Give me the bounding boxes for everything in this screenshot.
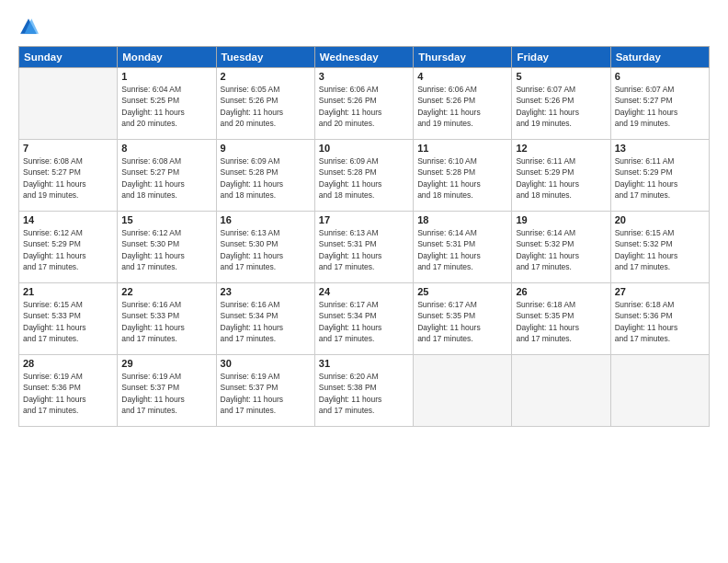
calendar-cell: 29Sunrise: 6:19 AMSunset: 5:37 PMDayligh… <box>118 355 216 427</box>
calendar-cell: 31Sunrise: 6:20 AMSunset: 5:38 PMDayligh… <box>314 355 413 427</box>
calendar-cell: 15Sunrise: 6:12 AMSunset: 5:30 PMDayligh… <box>118 212 216 283</box>
day-info: Sunrise: 6:08 AMSunset: 5:27 PMDaylight:… <box>121 155 211 201</box>
calendar-cell: 9Sunrise: 6:09 AMSunset: 5:28 PMDaylight… <box>216 140 314 212</box>
calendar-cell: 10Sunrise: 6:09 AMSunset: 5:28 PMDayligh… <box>314 140 413 212</box>
calendar-cell: 17Sunrise: 6:13 AMSunset: 5:31 PMDayligh… <box>314 212 413 283</box>
calendar-cell: 22Sunrise: 6:16 AMSunset: 5:33 PMDayligh… <box>118 283 216 355</box>
calendar-cell: 5Sunrise: 6:07 AMSunset: 5:26 PMDaylight… <box>512 68 610 140</box>
day-info: Sunrise: 6:04 AMSunset: 5:25 PMDaylight:… <box>121 84 211 129</box>
day-info: Sunrise: 6:14 AMSunset: 5:32 PMDaylight:… <box>516 227 606 272</box>
day-info: Sunrise: 6:14 AMSunset: 5:31 PMDaylight:… <box>417 227 507 272</box>
calendar-cell: 25Sunrise: 6:17 AMSunset: 5:35 PMDayligh… <box>414 283 512 355</box>
day-info: Sunrise: 6:17 AMSunset: 5:35 PMDaylight:… <box>417 299 507 344</box>
calendar-week-2: 7Sunrise: 6:08 AMSunset: 5:27 PMDaylight… <box>19 140 710 212</box>
weekday-header-tuesday: Tuesday <box>216 47 314 68</box>
day-number: 14 <box>23 214 113 225</box>
weekday-header-monday: Monday <box>118 47 216 68</box>
calendar-cell <box>19 68 118 140</box>
day-number: 24 <box>319 286 409 297</box>
weekday-header-saturday: Saturday <box>610 47 709 68</box>
day-info: Sunrise: 6:12 AMSunset: 5:29 PMDaylight:… <box>23 227 113 272</box>
weekday-header-thursday: Thursday <box>414 47 512 68</box>
day-number: 22 <box>121 286 211 297</box>
calendar-cell: 11Sunrise: 6:10 AMSunset: 5:28 PMDayligh… <box>414 140 512 212</box>
calendar-cell: 14Sunrise: 6:12 AMSunset: 5:29 PMDayligh… <box>19 212 118 283</box>
calendar-cell: 23Sunrise: 6:16 AMSunset: 5:34 PMDayligh… <box>216 283 314 355</box>
calendar-cell: 3Sunrise: 6:06 AMSunset: 5:26 PMDaylight… <box>314 68 413 140</box>
day-info: Sunrise: 6:19 AMSunset: 5:37 PMDaylight:… <box>121 371 211 416</box>
calendar: SundayMondayTuesdayWednesdayThursdayFrid… <box>18 46 710 427</box>
weekday-header-row: SundayMondayTuesdayWednesdayThursdayFrid… <box>19 47 710 68</box>
day-number: 26 <box>516 286 606 297</box>
day-number: 30 <box>221 358 311 369</box>
day-number: 6 <box>615 71 705 82</box>
calendar-cell: 18Sunrise: 6:14 AMSunset: 5:31 PMDayligh… <box>414 212 512 283</box>
calendar-cell: 30Sunrise: 6:19 AMSunset: 5:37 PMDayligh… <box>216 355 314 427</box>
day-info: Sunrise: 6:07 AMSunset: 5:26 PMDaylight:… <box>516 84 606 129</box>
day-number: 17 <box>319 214 409 225</box>
weekday-header-friday: Friday <box>512 47 610 68</box>
day-number: 4 <box>417 71 507 82</box>
calendar-week-3: 14Sunrise: 6:12 AMSunset: 5:29 PMDayligh… <box>19 212 710 283</box>
day-info: Sunrise: 6:16 AMSunset: 5:33 PMDaylight:… <box>121 299 211 344</box>
day-number: 3 <box>319 71 409 82</box>
day-number: 11 <box>417 143 507 154</box>
day-number: 7 <box>23 143 113 154</box>
day-info: Sunrise: 6:15 AMSunset: 5:32 PMDaylight:… <box>615 227 705 272</box>
weekday-header-sunday: Sunday <box>19 47 118 68</box>
day-info: Sunrise: 6:17 AMSunset: 5:34 PMDaylight:… <box>319 299 409 344</box>
calendar-cell: 13Sunrise: 6:11 AMSunset: 5:29 PMDayligh… <box>610 140 709 212</box>
day-number: 5 <box>516 71 606 82</box>
day-info: Sunrise: 6:20 AMSunset: 5:38 PMDaylight:… <box>319 371 409 416</box>
calendar-week-5: 28Sunrise: 6:19 AMSunset: 5:36 PMDayligh… <box>19 355 710 427</box>
calendar-cell <box>414 355 512 427</box>
day-number: 18 <box>417 214 507 225</box>
day-number: 31 <box>319 358 409 369</box>
day-number: 12 <box>516 143 606 154</box>
calendar-cell: 19Sunrise: 6:14 AMSunset: 5:32 PMDayligh… <box>512 212 610 283</box>
day-number: 9 <box>221 143 311 154</box>
header <box>18 17 710 37</box>
day-number: 19 <box>516 214 606 225</box>
calendar-week-4: 21Sunrise: 6:15 AMSunset: 5:33 PMDayligh… <box>19 283 710 355</box>
day-info: Sunrise: 6:13 AMSunset: 5:31 PMDaylight:… <box>319 227 409 272</box>
day-info: Sunrise: 6:09 AMSunset: 5:28 PMDaylight:… <box>319 155 409 201</box>
calendar-cell: 26Sunrise: 6:18 AMSunset: 5:35 PMDayligh… <box>512 283 610 355</box>
day-info: Sunrise: 6:16 AMSunset: 5:34 PMDaylight:… <box>221 299 311 344</box>
day-number: 1 <box>121 71 211 82</box>
day-number: 16 <box>221 214 311 225</box>
day-number: 28 <box>23 358 113 369</box>
day-number: 21 <box>23 286 113 297</box>
day-info: Sunrise: 6:15 AMSunset: 5:33 PMDaylight:… <box>23 299 113 344</box>
day-info: Sunrise: 6:10 AMSunset: 5:28 PMDaylight:… <box>417 155 507 201</box>
day-info: Sunrise: 6:13 AMSunset: 5:30 PMDaylight:… <box>221 227 311 272</box>
calendar-cell <box>512 355 610 427</box>
day-number: 10 <box>319 143 409 154</box>
day-number: 2 <box>221 71 311 82</box>
calendar-cell: 4Sunrise: 6:06 AMSunset: 5:26 PMDaylight… <box>414 68 512 140</box>
calendar-cell: 12Sunrise: 6:11 AMSunset: 5:29 PMDayligh… <box>512 140 610 212</box>
calendar-cell: 2Sunrise: 6:05 AMSunset: 5:26 PMDaylight… <box>216 68 314 140</box>
calendar-cell: 21Sunrise: 6:15 AMSunset: 5:33 PMDayligh… <box>19 283 118 355</box>
day-info: Sunrise: 6:05 AMSunset: 5:26 PMDaylight:… <box>221 84 311 129</box>
day-info: Sunrise: 6:12 AMSunset: 5:30 PMDaylight:… <box>121 227 211 272</box>
calendar-cell: 28Sunrise: 6:19 AMSunset: 5:36 PMDayligh… <box>19 355 118 427</box>
calendar-cell: 1Sunrise: 6:04 AMSunset: 5:25 PMDaylight… <box>118 68 216 140</box>
day-info: Sunrise: 6:11 AMSunset: 5:29 PMDaylight:… <box>615 155 705 201</box>
calendar-cell: 7Sunrise: 6:08 AMSunset: 5:27 PMDaylight… <box>19 140 118 212</box>
calendar-cell: 24Sunrise: 6:17 AMSunset: 5:34 PMDayligh… <box>314 283 413 355</box>
day-number: 27 <box>615 286 705 297</box>
day-info: Sunrise: 6:18 AMSunset: 5:35 PMDaylight:… <box>516 299 606 344</box>
calendar-cell: 27Sunrise: 6:18 AMSunset: 5:36 PMDayligh… <box>610 283 709 355</box>
logo <box>18 17 42 37</box>
weekday-header-wednesday: Wednesday <box>314 47 413 68</box>
calendar-cell: 20Sunrise: 6:15 AMSunset: 5:32 PMDayligh… <box>610 212 709 283</box>
day-number: 15 <box>121 214 211 225</box>
day-number: 23 <box>221 286 311 297</box>
day-info: Sunrise: 6:09 AMSunset: 5:28 PMDaylight:… <box>221 155 311 201</box>
day-info: Sunrise: 6:11 AMSunset: 5:29 PMDaylight:… <box>516 155 606 201</box>
day-info: Sunrise: 6:06 AMSunset: 5:26 PMDaylight:… <box>319 84 409 129</box>
calendar-cell <box>610 355 709 427</box>
day-info: Sunrise: 6:19 AMSunset: 5:36 PMDaylight:… <box>23 371 113 416</box>
calendar-week-1: 1Sunrise: 6:04 AMSunset: 5:25 PMDaylight… <box>19 68 710 140</box>
